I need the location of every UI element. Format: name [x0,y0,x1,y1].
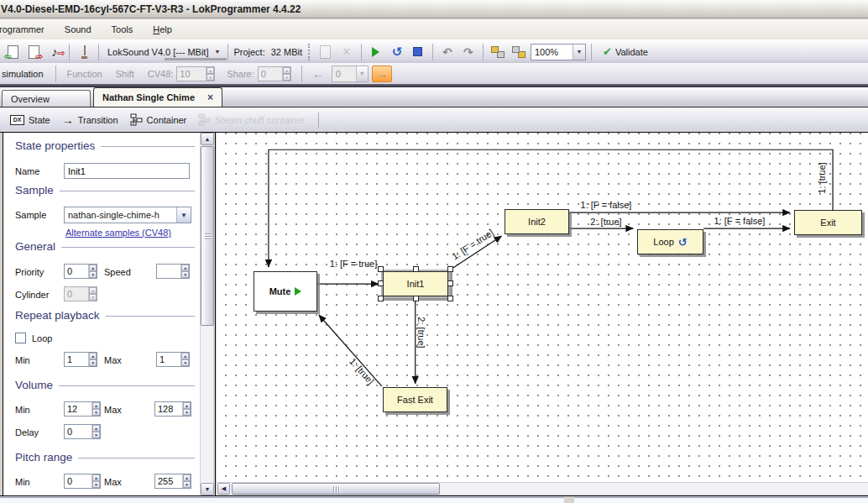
spin-up-icon[interactable]: ▲ [283,67,290,74]
speed-spinner[interactable]: ▲▼ [156,264,190,279]
menu-sound[interactable]: Sound [58,22,98,37]
transition-label[interactable]: 1: [true] [817,162,827,193]
selection-handle[interactable] [378,280,384,286]
nav-back-button[interactable]: ← [308,65,328,82]
scroll-left-button[interactable]: ◀ [217,483,230,495]
zoom-in-button[interactable] [489,43,507,61]
spin-up-icon[interactable]: ▲ [181,265,189,271]
menu-help[interactable]: Help [146,22,179,37]
priority-spinner[interactable]: ▲▼ [64,264,97,279]
spin-up-icon[interactable]: ▲ [183,402,191,409]
state-node-loop[interactable]: Loop ↺ [637,229,703,254]
repeat-min-value[interactable] [65,353,88,366]
selection-handle[interactable] [447,296,453,301]
menu-programmer[interactable]: rogrammer [0,22,51,37]
spin-down-icon[interactable]: ▼ [181,359,189,366]
spin-up-icon[interactable]: ▲ [92,425,100,432]
spin-down-icon[interactable]: ▼ [207,74,214,81]
transition-label[interactable]: 1: [F = true] [330,259,378,269]
alternate-samples-link[interactable]: Alternate samples (CV48) [65,228,171,238]
state-node-init2[interactable]: Init2 [505,209,569,234]
pitch-min-spinner[interactable]: ▲▼ [64,474,101,489]
zoom-level-dropdown[interactable]: 100% ▼ [531,44,586,60]
write-sound-button[interactable]: ♪⇨ [45,43,64,61]
spin-up-icon[interactable]: ▲ [181,353,189,359]
stop-button[interactable] [409,43,427,61]
cylinder-spinner[interactable]: ▲▼ [64,286,97,301]
spin-up-icon[interactable]: ▲ [89,353,97,359]
decoder-type-dropdown[interactable]: LokSound V4.0 [--- MBit] ▼ [104,44,222,60]
spin-up-icon[interactable]: ▲ [207,67,214,74]
volume-min-value[interactable] [65,402,92,416]
selection-handle[interactable] [378,266,384,272]
diagram-canvas[interactable]: 1: [F = true] 1: [F = true] 2: [true] 1:… [217,133,868,483]
simulation-label[interactable]: simulation [2,69,44,79]
tab-nathan-single-chime[interactable]: Nathan Single Chime × [93,87,222,107]
repeat-min-spinner[interactable]: ▲▼ [64,352,97,367]
spin-down-icon[interactable]: ▼ [89,294,97,301]
programmer-hardware-button[interactable] [75,43,93,61]
transition-label[interactable]: 1: [F = false] [714,216,766,226]
read-decoder-button[interactable]: ⇦ [3,43,22,61]
canvas-hscrollbar[interactable]: ◀ [217,482,868,495]
write-decoder-button[interactable]: ⇨ [24,43,43,61]
panel-scrollbar[interactable]: ▲ ▼ [200,133,213,495]
steam-chuff-tool-button[interactable]: Steam chuff container [195,112,308,128]
speed-value[interactable] [157,265,180,278]
delay-value[interactable] [65,425,92,438]
spin-down-icon[interactable]: ▼ [89,359,97,366]
spin-down-icon[interactable]: ▼ [183,409,191,416]
scroll-up-button[interactable]: ▲ [201,133,214,145]
container-tool-button[interactable]: Container [127,112,191,128]
nav-forward-button[interactable]: → [372,65,392,82]
edit-disabled-button[interactable] [316,43,335,61]
scroll-thumb[interactable] [232,483,440,495]
pitch-max-spinner[interactable]: ▲▼ [154,474,191,489]
cv48-value[interactable] [177,67,206,81]
spin-down-icon[interactable]: ▼ [181,271,189,278]
transition-tool-button[interactable]: → Transition [59,112,122,128]
repeat-max-value[interactable] [157,353,180,366]
pitch-max-value[interactable] [155,474,182,488]
spin-down-icon[interactable]: ▼ [92,409,100,416]
spin-up-icon[interactable]: ▲ [183,474,191,481]
name-input[interactable] [64,163,190,179]
repeat-max-spinner[interactable]: ▲▼ [156,352,190,367]
pitch-min-value[interactable] [65,474,92,488]
spin-up-icon[interactable]: ▲ [89,287,97,294]
tab-overview[interactable]: Overview [2,90,91,107]
scroll-thumb[interactable] [201,146,214,326]
selection-handle[interactable] [413,266,419,272]
transition-label[interactable]: 2: [true] [590,217,621,227]
nav-index-dropdown[interactable]: 0 ▼ [332,65,369,82]
delete-button[interactable]: ✕ [337,43,356,61]
spin-down-icon[interactable]: ▼ [183,481,191,488]
spin-down-icon[interactable]: ▼ [92,481,100,488]
undo-button[interactable]: ↶ [438,43,457,61]
state-node-init1-selected[interactable]: Init1 [381,270,450,298]
volume-max-value[interactable] [155,402,182,416]
selection-handle[interactable] [413,296,419,301]
state-node-fast-exit[interactable]: Fast Exit [383,387,447,412]
zoom-out-button[interactable] [510,43,528,61]
spin-up-icon[interactable]: ▲ [89,265,97,271]
spin-down-icon[interactable]: ▼ [283,74,290,81]
priority-value[interactable] [65,265,88,278]
share-spinner[interactable]: ▲ ▼ [258,66,291,81]
spin-up-icon[interactable]: ▲ [92,474,100,481]
validate-button[interactable]: ✔ Validate [597,43,654,61]
loop-play-button[interactable]: ↺ [388,43,406,61]
tab-close-icon[interactable]: × [207,92,213,103]
state-node-init1[interactable]: Init1 [383,271,448,296]
scroll-down-button[interactable]: ▼ [201,483,214,495]
cv48-spinner[interactable]: ▲ ▼ [176,66,215,81]
menu-tools[interactable]: Tools [105,22,140,37]
play-button[interactable] [367,43,385,61]
delay-spinner[interactable]: ▲▼ [64,424,101,439]
sample-dropdown[interactable]: nathan-single-chime-h ▼ [64,207,191,223]
spin-up-icon[interactable]: ▲ [92,402,100,409]
redo-button[interactable]: ↷ [459,43,478,61]
transition-label[interactable]: 2: [true] [416,317,426,348]
selection-handle[interactable] [447,266,453,272]
volume-min-spinner[interactable]: ▲▼ [64,401,101,417]
